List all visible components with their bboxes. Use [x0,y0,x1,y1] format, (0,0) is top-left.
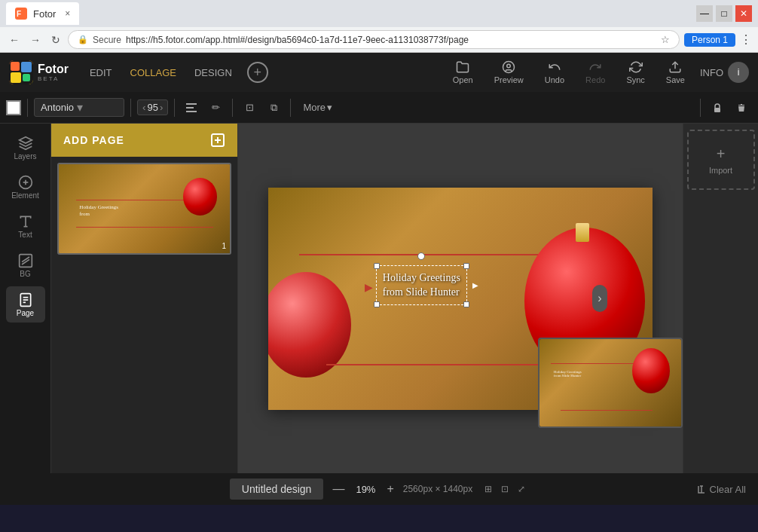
expand-button[interactable]: ⊡ [239,97,260,118]
browser-addressbar: ← → ↻ 🔒 Secure https://h5.fotor.com/app.… [0,27,758,53]
sidebar-item-text[interactable]: Text [6,208,45,244]
nav-design[interactable]: DESIGN [185,53,241,92]
separator-6 [700,99,701,117]
secure-label: Secure [93,35,121,45]
nav-collage[interactable]: COLLAGE [121,53,185,92]
dimensions-text: 2560px × 1440px [403,484,472,494]
tab-favicon: F [15,8,27,20]
undo-button[interactable]: Undo [536,56,573,89]
thumb-line-2 [76,227,213,228]
style-button[interactable]: ✏ [205,97,226,118]
logo-beta: BETA [38,75,69,82]
address-text[interactable]: https://h5.fotor.com/app.html#/design/ba… [126,35,656,45]
text-color-box[interactable] [6,100,21,115]
right-arrow[interactable]: › [592,285,607,312]
import-panel: + Import [683,124,758,473]
handle-tl[interactable] [374,263,380,269]
duplicate-button[interactable]: ⧉ [263,97,284,118]
more-button[interactable]: More ▾ [297,100,338,115]
nav-edit[interactable]: EDIT [81,53,121,92]
browser-menu-button[interactable]: ⋮ [740,32,752,47]
browser-titlebar: F Fotor × — □ ✕ [0,0,758,27]
info-icon[interactable]: i [728,62,749,83]
app-container: Fotor BETA EDIT COLLAGE DESIGN + Open Pr… [0,53,758,505]
page-thumbnail[interactable]: Holiday Greetingsfrom 1 [57,163,231,255]
toolbar-actions: Open Preview Undo Redo Sync Save [444,56,694,89]
clear-all-button[interactable]: Clear All [696,484,746,495]
size-decrease-button[interactable]: ‹ [142,102,145,113]
svg-rect-4 [21,62,32,72]
add-button[interactable]: + [247,62,268,83]
svg-rect-5 [11,72,21,83]
reload-button[interactable]: ↻ [48,32,63,47]
text-line-1: Holiday Greetings [383,272,460,283]
align-button[interactable] [181,97,202,118]
mini-line-2 [561,410,653,411]
sidebar-item-layers[interactable]: Layers [6,130,45,166]
canvas-ball-left [268,272,351,378]
svg-rect-6 [23,74,30,81]
handle-tr[interactable] [463,263,469,269]
add-page-button[interactable]: ADD PAGE [51,124,237,157]
zoom-value: 19% [350,484,381,495]
app-toolbar: Fotor BETA EDIT COLLAGE DESIGN + Open Pr… [0,53,758,92]
sidebar-item-element[interactable]: Element [6,169,45,205]
canvas-area[interactable]: ▶ Holiday Greetings from Slide Hunter ▶ … [238,124,683,473]
format-toolbar: Antonio ▾ ‹ 95 › ✏ ⊡ ⧉ More ▾ [0,92,758,124]
sidebar-item-page-label: Page [17,309,34,317]
main-content: Layers Element Text BG Page ADD PAGE [0,124,758,473]
window-close-button[interactable]: ✕ [735,5,752,22]
open-button[interactable]: Open [444,56,482,89]
info-label: INFO [700,67,723,78]
fotor-icon [9,60,33,84]
forward-button[interactable]: → [27,32,44,47]
zoom-out-button[interactable]: — [332,482,344,496]
sidebar-item-text-label: Text [18,231,32,239]
lock-button[interactable] [707,97,728,118]
person-button[interactable]: Person 1 [684,33,735,47]
view-buttons: ⊞ ⊡ ⤢ [481,482,528,496]
window-minimize-button[interactable]: — [696,5,713,22]
rotate-handle[interactable] [417,252,425,260]
grid-view-button[interactable]: ⊞ [481,482,495,496]
redo-button[interactable]: Redo [576,56,614,89]
zoom-controls: — 19% + [332,482,393,496]
svg-rect-10 [186,103,197,105]
left-sidebar: Layers Element Text BG Page [0,124,51,473]
back-button[interactable]: ← [6,32,23,47]
handle-br[interactable] [463,301,469,307]
handle-bl[interactable] [374,301,380,307]
browser-tab[interactable]: F Fotor × [6,2,79,25]
text-element[interactable]: ▶ Holiday Greetings from Slide Hunter ▶ [376,265,467,305]
svg-rect-20 [19,254,32,267]
size-selector[interactable]: ‹ 95 › [137,99,168,115]
font-dropdown-icon: ▾ [77,100,83,115]
font-selector[interactable]: Antonio ▾ [34,98,124,117]
sidebar-item-layers-label: Layers [14,152,36,161]
window-maximize-button[interactable]: □ [716,5,732,22]
tab-close-icon[interactable]: × [65,8,70,19]
svg-rect-11 [186,107,194,109]
canvas-text[interactable]: Holiday Greetings from Slide Hunter [383,271,460,300]
save-button[interactable]: Save [657,56,694,89]
pages-panel: ADD PAGE Holiday Greetingsfrom 1 [51,124,238,473]
fit-view-button[interactable]: ⊡ [498,482,512,496]
sidebar-item-background[interactable]: BG [6,247,45,283]
fullscreen-button[interactable]: ⤢ [515,482,528,496]
sync-button[interactable]: Sync [617,56,653,89]
separator-5 [290,99,291,117]
import-area[interactable]: + Import [687,130,755,190]
sidebar-item-page[interactable]: Page [6,286,45,323]
preview-button[interactable]: Preview [485,56,533,89]
thumb-text: Holiday Greetingsfrom [79,204,118,218]
svg-rect-12 [186,111,197,112]
tab-title: Fotor [33,8,56,20]
design-name[interactable]: Untitled design [230,478,324,500]
zoom-in-button[interactable]: + [387,482,393,496]
size-increase-button[interactable]: › [160,102,163,113]
more-dropdown-icon: ▾ [327,102,332,113]
address-bar[interactable]: 🔒 Secure https://h5.fotor.com/app.html#/… [68,30,680,49]
bookmark-button[interactable]: ☆ [661,34,670,45]
svg-marker-14 [19,136,32,142]
delete-button[interactable] [731,97,752,118]
